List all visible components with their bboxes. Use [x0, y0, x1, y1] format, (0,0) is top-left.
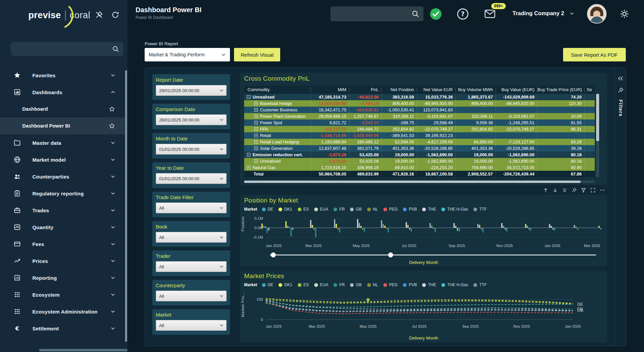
table-row-emission-reduction-cert[interactable]: −Emission reduction cert.-1,873.2653,425… [244, 152, 595, 158]
more-options-icon[interactable] [599, 187, 605, 193]
table-row-retail-load-hedging[interactable]: +Retail Load Hedging1,183,689.84160,485.… [244, 139, 595, 145]
save-pdf-button[interactable]: Save Report As PDF [563, 48, 626, 61]
legend-item-pvb[interactable]: PVB [403, 207, 417, 212]
expander-plus-icon[interactable]: + [254, 159, 258, 163]
sidebar-scrollbar[interactable] [125, 70, 127, 342]
sidebar-item-settlement[interactable]: €Settlement [0, 320, 125, 337]
delivery-month-slider[interactable] [270, 252, 596, 258]
expand-all-icon[interactable] [562, 187, 567, 193]
focus-mode-icon[interactable] [590, 187, 596, 193]
legend-item-nl[interactable]: NL [367, 282, 378, 287]
settings-gear-icon[interactable] [619, 9, 630, 19]
chevron-down-icon[interactable] [110, 275, 116, 281]
expander-minus-icon[interactable]: − [247, 153, 251, 157]
chevron-down-icon[interactable] [110, 258, 116, 264]
filter-select-book[interactable]: All [156, 232, 227, 243]
legend-item-the-h-gas[interactable]: THE H-Gas [441, 207, 468, 212]
filter-select-year-to-date[interactable]: 01/01/2025 00:00:00 [156, 173, 227, 184]
chevron-down-icon[interactable] [110, 140, 116, 146]
scrollbar-thumb[interactable] [244, 181, 581, 183]
table-row-unrealised[interactable]: −Unrealised47,185,314.73-40,823.56383,31… [244, 94, 595, 100]
column-header-se[interactable]: Se [585, 87, 595, 92]
legend-item-dk1[interactable]: DK1 [279, 207, 292, 212]
legend-item-ttf[interactable]: TTF [473, 282, 487, 287]
table-row-ppa[interactable]: +PPA-102,297.03246,484.72252,854.82-22,0… [244, 126, 595, 132]
sidebar-item-dashboards[interactable]: Dashboards [0, 84, 125, 101]
sidebar-item-ecosystem[interactable]: Ecosystem [0, 286, 125, 303]
table-vertical-scrollbar[interactable] [596, 94, 599, 177]
legend-item-de[interactable]: DE [262, 282, 273, 287]
expander-plus-icon[interactable]: + [254, 102, 258, 105]
sidebar-item-counterparties[interactable]: Counterparties [0, 168, 125, 185]
table-row-customer-business[interactable]: +Customer Business18,342,471.75-454,638.… [244, 107, 595, 113]
slider-handle-left[interactable] [271, 252, 276, 258]
table-row-solar-generation[interactable]: +Solar Generation12,837,607.48392,571.79… [244, 145, 595, 152]
legend-item-peg[interactable]: PEG [383, 282, 398, 287]
sidebar-item-regulatory-reporting[interactable]: Regulatory reporting [0, 185, 125, 202]
expander-plus-icon[interactable]: + [254, 114, 258, 118]
column-header-mtm[interactable]: MtM [311, 87, 349, 92]
drill-up-icon[interactable] [543, 187, 549, 193]
expander-plus-icon[interactable]: + [254, 140, 258, 144]
legend-item-es[interactable]: ES [298, 282, 309, 287]
table-row-natural-gas[interactable]: +Natural Gas1,723,616.10336,956.1989,910… [244, 164, 595, 171]
filter-icon[interactable] [581, 187, 586, 193]
sidebar-item-reporting[interactable]: Reporting [0, 269, 125, 286]
legend-item-eua[interactable]: EUA [314, 282, 328, 287]
table-row-power-plant-generation[interactable]: +Power Plant Generation29,059,866.151,25… [244, 113, 595, 119]
legend-item-fr[interactable]: FR [333, 207, 345, 212]
slider-handle-right[interactable] [388, 252, 393, 258]
legend-item-eua[interactable]: EUA [314, 207, 328, 212]
chevron-down-icon[interactable] [110, 325, 116, 331]
search-icon[interactable] [112, 45, 119, 53]
legend-item-the[interactable]: THE [422, 282, 436, 287]
sidebar-item-market-model[interactable]: Market model [0, 151, 125, 168]
chevron-down-icon[interactable] [110, 241, 116, 247]
column-header-buy-volume-mwh[interactable]: Buy Volume MWh [456, 87, 496, 92]
expand-filters-icon[interactable] [617, 75, 624, 82]
slider-track[interactable] [270, 254, 596, 255]
filter-select-market[interactable]: All [156, 320, 227, 331]
app-logo[interactable]: previse coral [28, 10, 90, 21]
table-row-unrealised[interactable]: +Unrealised-1,873.2653,425.0819,000.00-1… [244, 158, 595, 164]
sidebar-search-input[interactable] [15, 46, 112, 52]
chevron-down-icon[interactable] [110, 308, 116, 315]
sidebar-item-trades[interactable]: Trades [0, 202, 125, 219]
legend-item-dk1[interactable]: DK1 [279, 282, 292, 287]
table-horizontal-scrollbar[interactable] [244, 181, 595, 183]
chevron-up-icon[interactable] [110, 89, 116, 95]
legend-item-peg[interactable]: PEG [383, 207, 398, 212]
legend-item-ttf[interactable]: TTF [473, 207, 487, 212]
filter-select-counterparty[interactable]: All [156, 291, 227, 301]
help-icon[interactable]: ? [457, 8, 469, 20]
sidebar-item-prices[interactable]: Prices [0, 252, 125, 269]
filter-select-month-to-date[interactable]: 01/01/2025 00:00:00 [156, 144, 227, 155]
topbar-search-input[interactable] [334, 11, 411, 17]
pin-visual-icon[interactable] [571, 187, 577, 193]
user-avatar[interactable] [587, 4, 607, 24]
star-outline-icon[interactable] [109, 106, 115, 112]
unpin-sidebar-icon[interactable] [95, 11, 103, 19]
legend-item-de[interactable]: DE [262, 207, 273, 212]
column-header-pnl[interactable]: PnL [349, 87, 382, 92]
company-selector[interactable]: Trading Company 2 [513, 10, 575, 17]
chevron-down-icon[interactable] [110, 157, 116, 163]
expander-plus-icon[interactable]: + [247, 166, 251, 169]
sidebar-subitem-dashboard[interactable]: Dashboard [0, 101, 125, 117]
expander-plus-icon[interactable]: + [254, 146, 258, 150]
legend-item-es[interactable]: ES [298, 207, 309, 212]
column-header-buy-value-eur[interactable]: Buy Value (EUR) [496, 87, 537, 92]
filter-select-report-date[interactable]: 29/01/2025 00:00:00 [156, 85, 227, 96]
mail-icon[interactable] [484, 9, 496, 19]
column-header-commodity[interactable]: Commodity [244, 87, 311, 92]
scrollbar-thumb[interactable] [596, 94, 599, 141]
expander-plus-icon[interactable]: + [254, 127, 258, 131]
legend-item-the-h-gas[interactable]: THE H-Gas [441, 282, 468, 287]
refresh-icon[interactable] [111, 11, 119, 19]
column-header-net-value-eur[interactable]: Net Value EUR [417, 87, 456, 92]
sidebar-item-master-data[interactable]: Master data [0, 134, 125, 151]
table-row-baseload-hedge[interactable]: +Baseload Hedge-13,900,480.98-4,985.1880… [244, 100, 595, 107]
drill-down-icon[interactable] [552, 187, 558, 193]
table-row-retail[interactable]: +Retail-1,446,714.66-1,635,949.96-389,54… [244, 132, 595, 139]
column-header-buy-trade-price-eur[interactable]: Buy Trade Price (EUR) [537, 87, 585, 92]
